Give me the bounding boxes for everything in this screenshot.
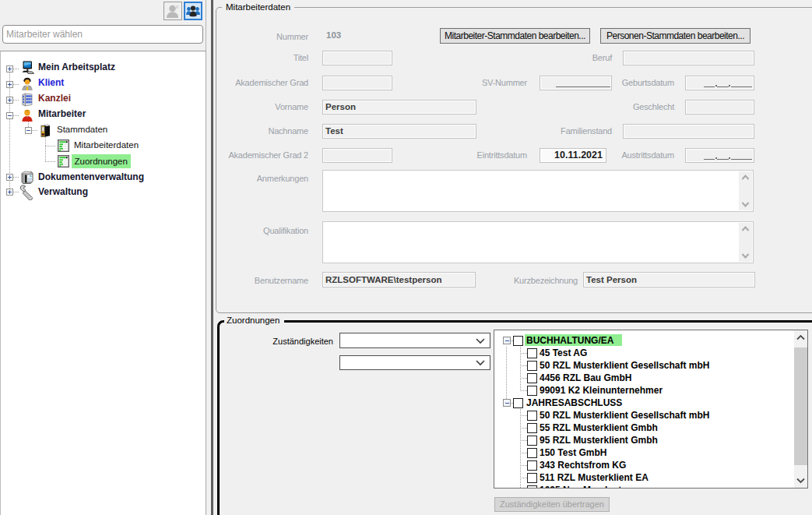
svg-text:x: x	[176, 3, 179, 10]
